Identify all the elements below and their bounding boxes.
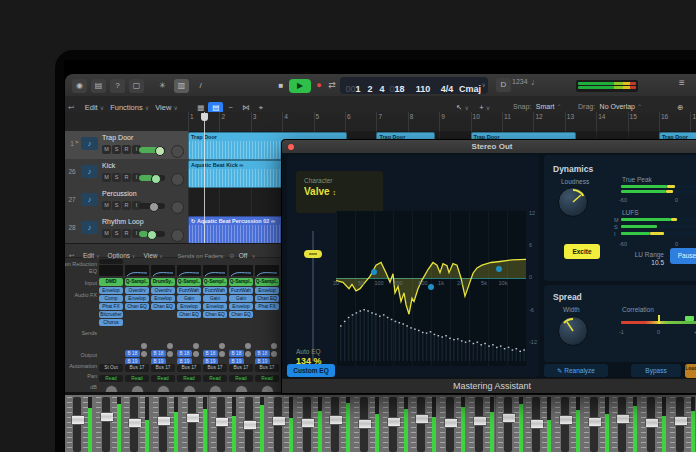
cycle-button[interactable]: ⇄ <box>325 74 339 96</box>
track-m-button[interactable]: M <box>102 201 111 210</box>
fx-slot-button[interactable]: Chan EQ <box>125 303 149 310</box>
send-level-knob[interactable] <box>271 343 277 349</box>
send-level-knob[interactable] <box>141 351 147 357</box>
eq-thumbnail[interactable] <box>203 265 227 276</box>
send-level-knob[interactable] <box>219 343 225 349</box>
lcd-chevron-icon[interactable]: ∨ <box>482 81 486 88</box>
channel-strip-fader[interactable] <box>668 395 696 452</box>
playhead[interactable] <box>204 112 205 243</box>
channel-strip-fader[interactable] <box>409 395 439 452</box>
channel-strip-fader[interactable] <box>151 395 181 452</box>
fx-slot-button[interactable]: Envelop <box>151 295 175 302</box>
volume-slider[interactable] <box>139 175 165 181</box>
fx-slot-button[interactable]: Chan EQ <box>177 311 201 318</box>
bypass-button[interactable]: Bypass <box>631 364 681 377</box>
fx-slot-button[interactable]: FuzzWah <box>177 287 201 294</box>
channel-strip-fader[interactable] <box>65 395 95 452</box>
channel-strip-fader[interactable] <box>122 395 152 452</box>
bar-ruler[interactable]: 1234567891011121314151617 <box>65 112 696 132</box>
loudness-compensation-button[interactable]: Loudness Compensation <box>685 364 696 378</box>
input-slot-button[interactable]: Q-Sampl.. <box>125 278 149 286</box>
track-header-trap-door[interactable]: 1>♪Trap DoorMSRI <box>65 131 188 160</box>
send-level-knob[interactable] <box>245 351 251 357</box>
automation-mode-button[interactable]: Read <box>151 375 175 382</box>
channel-strip-fader[interactable] <box>582 395 612 452</box>
input-slot-button[interactable]: Q-Sampl.. <box>177 278 201 286</box>
send-level-knob[interactable] <box>193 343 199 349</box>
track-s-button[interactable]: S <box>112 229 121 238</box>
channel-strip-fader[interactable] <box>180 395 210 452</box>
send-level-knob[interactable] <box>193 351 199 357</box>
output-slot-button[interactable]: Bus 17 <box>177 364 201 372</box>
fx-slot-button[interactable]: Envelop <box>203 303 227 310</box>
record-button[interactable]: ● <box>313 74 325 96</box>
mixer-view-icon[interactable]: ▥ <box>174 79 189 93</box>
track-m-button[interactable]: M <box>102 173 111 182</box>
track-r-button[interactable]: R <box>122 173 131 182</box>
tuner-button[interactable]: D <box>496 78 511 92</box>
fx-slot-button[interactable]: Bitcrusher <box>99 311 123 318</box>
fx-slot-button[interactable]: Envelop <box>99 287 123 294</box>
fx-slot-button[interactable]: Chan EQ <box>203 311 227 318</box>
eq-thumbnail[interactable] <box>99 265 123 276</box>
stop-button[interactable]: ■ <box>275 75 287 97</box>
channel-strip-fader[interactable] <box>610 395 640 452</box>
automation-mode-button[interactable]: Read <box>203 375 227 382</box>
eq-thumbnail[interactable] <box>255 265 279 276</box>
display-icon[interactable]: ▢ <box>129 79 144 93</box>
channel-strip-fader[interactable] <box>209 395 239 452</box>
drag-value-dropdown[interactable]: No Overlap ⌃ <box>600 103 642 110</box>
playhead-handle[interactable] <box>201 113 208 121</box>
inspector-icon[interactable]: ▤ <box>91 79 106 93</box>
input-slot-button[interactable]: DrumSy.. <box>151 278 175 286</box>
output-slot-button[interactable]: Bus 17 <box>203 364 227 372</box>
send-level-knob[interactable] <box>245 343 251 349</box>
track-m-button[interactable]: M <box>102 145 111 154</box>
channel-strip-fader[interactable] <box>467 395 497 452</box>
fx-slot-button[interactable]: Overdrv <box>151 287 175 294</box>
count-in-button[interactable]: 1234 <box>512 78 528 85</box>
loudness-knob[interactable] <box>558 187 588 217</box>
channel-strip-fader[interactable] <box>381 395 411 452</box>
input-slot-button[interactable]: Q-Sampl.. <box>203 278 227 286</box>
input-slot-button[interactable]: DMD <box>99 278 123 286</box>
pan-knob[interactable] <box>171 201 184 214</box>
fx-slot-button[interactable]: Envelop <box>177 303 201 310</box>
snap-value-dropdown[interactable]: Smart ⌃ <box>536 103 562 110</box>
mixer-menu-edit[interactable]: Edit ∨ <box>83 252 100 259</box>
channel-strip-fader[interactable] <box>352 395 382 452</box>
pan-knob[interactable] <box>171 229 184 242</box>
channel-strip-fader[interactable] <box>639 395 669 452</box>
play-button[interactable]: ▶ <box>289 79 311 93</box>
lcd-display[interactable]: 001BAR2BEAT4DIV018TICK110TEMPO4/4TIMECma… <box>340 77 488 94</box>
automation-mode-button[interactable]: Read <box>229 375 253 382</box>
track-s-button[interactable]: S <box>112 173 121 182</box>
send-level-knob[interactable] <box>167 343 173 349</box>
excite-button[interactable]: Excite <box>564 244 600 259</box>
volume-slider[interactable] <box>139 147 165 153</box>
fx-slot-button[interactable]: Phat FX <box>255 303 279 310</box>
send-level-knob[interactable] <box>167 351 173 357</box>
output-slot-button[interactable]: St Out <box>99 364 123 372</box>
fx-slot-button[interactable]: Envelop <box>255 287 279 294</box>
automation-mode-button[interactable]: Read <box>125 375 149 382</box>
track-header-percussion[interactable]: 27♪PercussionMSRI <box>65 187 188 216</box>
pan-knob[interactable] <box>171 173 184 186</box>
output-slot-button[interactable]: Bus 17 <box>255 364 279 372</box>
fx-slot-button[interactable]: Envelop <box>125 295 149 302</box>
volume-slider[interactable] <box>139 231 165 237</box>
output-slot-button[interactable]: Bus 17 <box>151 364 175 372</box>
plugin-titlebar[interactable]: Stereo Out <box>282 140 696 153</box>
channel-strip-fader[interactable] <box>237 395 267 452</box>
fx-slot-button[interactable]: Envelop <box>229 303 253 310</box>
fx-slot-button[interactable]: Gain <box>177 295 201 302</box>
output-slot-button[interactable]: Bus 17 <box>125 364 149 372</box>
pan-knob[interactable] <box>171 145 184 158</box>
library-icon[interactable]: ◉ <box>72 79 87 93</box>
fx-slot-button[interactable]: Chorus <box>99 319 123 326</box>
output-slot-button[interactable]: Bus 17 <box>229 364 253 372</box>
channel-strip-fader[interactable] <box>496 395 526 452</box>
list-editors-icon[interactable]: ≡ <box>679 77 685 88</box>
eq-thumbnail[interactable] <box>177 265 201 276</box>
send-level-knob[interactable] <box>271 351 277 357</box>
